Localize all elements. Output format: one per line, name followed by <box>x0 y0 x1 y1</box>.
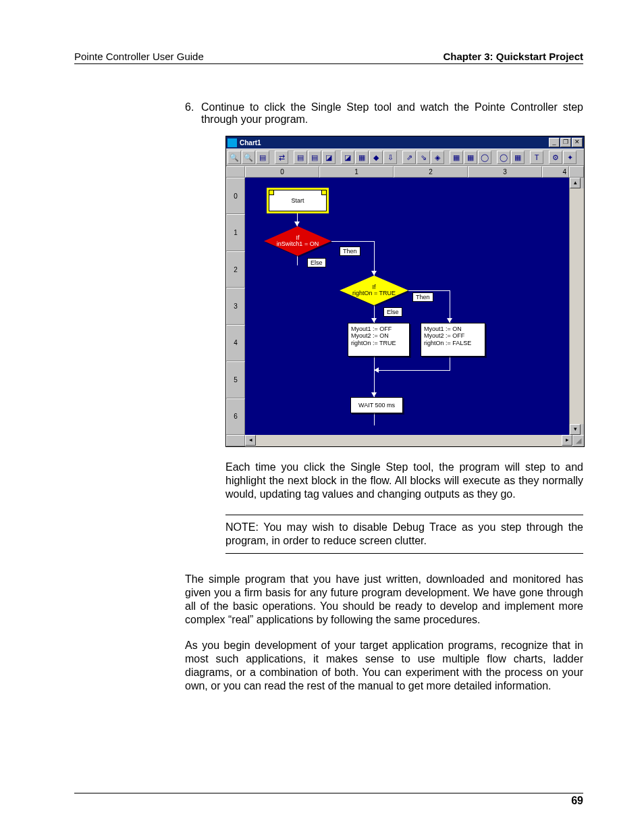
scroll-right-button[interactable]: ▸ <box>562 435 572 446</box>
arrowhead-icon <box>294 221 300 226</box>
edge-label-else: Else <box>307 258 326 267</box>
node-line: rightOn := FALSE <box>424 340 482 346</box>
row-header[interactable]: 3 <box>226 288 245 324</box>
note-paragraph: NOTE: You may wish to disable Debug Trac… <box>225 515 583 554</box>
body-paragraph: The simple program that you have just wr… <box>185 573 583 627</box>
page-header: Pointe Controller User Guide Chapter 3: … <box>74 51 583 64</box>
flow-arrow <box>374 370 450 371</box>
row-header[interactable]: 2 <box>226 251 245 288</box>
toolbar-button[interactable]: ⇘ <box>417 151 430 164</box>
toolbar: 🔍🔍▤⇄▤▤◪◪▦◆⇩⇗⇘◈▦▦◯◯▦T⚙✦ <box>226 149 584 166</box>
horizontal-scrollbar[interactable]: ◂ ▸ ◢ <box>226 435 584 446</box>
header-right: Chapter 3: Quickstart Project <box>443 51 583 62</box>
arrowhead-icon <box>371 318 377 323</box>
col-header[interactable]: 4 <box>542 166 569 178</box>
body-paragraph: Each time you click the Single Step tool… <box>225 461 583 501</box>
node-line: Myout2 := OFF <box>424 332 482 339</box>
resize-grip[interactable]: ◢ <box>572 435 584 446</box>
step-text: Continue to click the Single Step tool a… <box>201 101 583 126</box>
node-line: rightOn := TRUE <box>351 340 406 346</box>
flow-arrow <box>374 412 375 425</box>
row-header[interactable]: 4 <box>226 325 245 361</box>
minimize-button[interactable]: _ <box>549 138 560 147</box>
toolbar-button[interactable]: ✦ <box>563 151 576 164</box>
body-paragraph: As you begin development of your target … <box>185 639 583 693</box>
grid-corner <box>226 166 245 178</box>
window-title: Chart1 <box>240 139 261 147</box>
step-number: 6. <box>185 101 201 126</box>
chart-window: Chart1 _ ❐ ✕ 🔍🔍▤⇄▤▤◪◪▦◆⇩⇗⇘◈▦▦◯◯▦T⚙✦ 0 1 … <box>225 136 585 447</box>
toolbar-button[interactable]: ▦ <box>464 151 477 164</box>
process-node-b[interactable]: Myout1 := ON Myout2 := OFF rightOn := FA… <box>421 323 485 357</box>
app-screenshot: Chart1 _ ❐ ✕ 🔍🔍▤⇄▤▤◪◪▦◆⇩⇗⇘◈▦▦◯◯▦T⚙✦ 0 1 … <box>225 136 583 447</box>
scroll-track[interactable] <box>570 188 584 424</box>
flow-arrow <box>331 241 374 242</box>
toolbar-button[interactable]: ◯ <box>497 151 510 164</box>
vscroll-header <box>569 166 584 178</box>
close-button[interactable]: ✕ <box>572 138 583 147</box>
node-line: WAIT 500 ms <box>358 402 395 409</box>
node-line: Myout1 := ON <box>424 325 482 332</box>
row-header-bottom <box>226 435 245 446</box>
scroll-down-button[interactable]: ▾ <box>570 424 581 435</box>
toolbar-button[interactable]: ▦ <box>450 151 463 164</box>
flow-arrow <box>297 256 298 265</box>
node-line: rightOn = TRUE <box>352 290 396 296</box>
vertical-scrollbar[interactable]: ▴ ▾ <box>569 178 584 435</box>
row-header[interactable]: 0 <box>226 178 245 214</box>
toolbar-button[interactable]: ◈ <box>431 151 444 164</box>
toolbar-button[interactable]: ▦ <box>355 151 369 164</box>
header-left: Pointe Controller User Guide <box>74 51 204 62</box>
row-header[interactable]: 6 <box>226 398 245 435</box>
node-label: Start <box>291 197 304 204</box>
scroll-track[interactable] <box>256 435 562 446</box>
arrowhead-icon <box>371 271 377 276</box>
maximize-button[interactable]: ❐ <box>560 138 571 147</box>
node-line: inSwitch1 = ON <box>277 241 319 247</box>
arrowhead-icon <box>371 392 377 397</box>
page-number: 69 <box>571 795 583 806</box>
toolbar-button[interactable]: T <box>530 151 543 164</box>
toolbar-button[interactable]: ▤ <box>308 151 321 164</box>
toolbar-button[interactable]: ◪ <box>322 151 336 164</box>
row-header[interactable]: 5 <box>226 361 245 398</box>
toolbar-button[interactable]: ▦ <box>511 151 525 164</box>
start-node[interactable]: Start <box>269 190 327 211</box>
toolbar-button[interactable]: ⇗ <box>402 151 416 164</box>
edge-label-then: Then <box>340 246 360 256</box>
toolbar-button[interactable]: ◆ <box>369 151 383 164</box>
toolbar-button[interactable]: ⇩ <box>383 151 397 164</box>
flowchart-canvas[interactable]: Start If inSwitch1 = ON Then Else If r <box>245 178 569 435</box>
col-header[interactable]: 3 <box>468 166 542 178</box>
scroll-up-button[interactable]: ▴ <box>570 178 581 188</box>
process-node-a[interactable]: Myout1 := OFF Myout2 := ON rightOn := TR… <box>348 323 410 357</box>
app-icon <box>227 138 237 147</box>
flow-arrow <box>374 351 375 397</box>
toolbar-button[interactable]: ⚙ <box>549 151 562 164</box>
titlebar[interactable]: Chart1 _ ❐ ✕ <box>226 136 584 149</box>
col-header[interactable]: 2 <box>394 166 468 178</box>
toolbar-button[interactable]: ▤ <box>256 151 269 164</box>
page-footer: 69 <box>74 793 583 807</box>
scroll-left-button[interactable]: ◂ <box>245 435 256 446</box>
chart-grid: 0 1 2 3 4 0 1 2 3 4 5 6 <box>226 166 584 446</box>
edge-label-else: Else <box>383 307 402 317</box>
toolbar-button[interactable]: 🔍 <box>227 151 241 164</box>
row-header[interactable]: 1 <box>226 214 245 251</box>
edge-label-then: Then <box>412 292 433 302</box>
node-line: Myout2 := ON <box>351 332 406 339</box>
toolbar-button[interactable]: ▤ <box>294 151 307 164</box>
toolbar-button[interactable]: ◯ <box>478 151 491 164</box>
decision-node-2[interactable]: If rightOn = TRUE <box>340 276 408 305</box>
toolbar-button[interactable]: 🔍 <box>242 151 255 164</box>
wait-node[interactable]: WAIT 500 ms <box>350 397 403 413</box>
toolbar-button[interactable]: ⇄ <box>275 151 288 164</box>
decision-node-1[interactable]: If inSwitch1 = ON <box>264 226 331 256</box>
arrowhead-icon <box>374 367 379 373</box>
node-line: Myout1 := OFF <box>351 325 406 332</box>
arrowhead-icon <box>447 318 452 323</box>
toolbar-button[interactable]: ◪ <box>341 151 354 164</box>
flow-arrow <box>408 290 450 291</box>
col-header[interactable]: 1 <box>319 166 394 178</box>
col-header[interactable]: 0 <box>245 166 319 178</box>
